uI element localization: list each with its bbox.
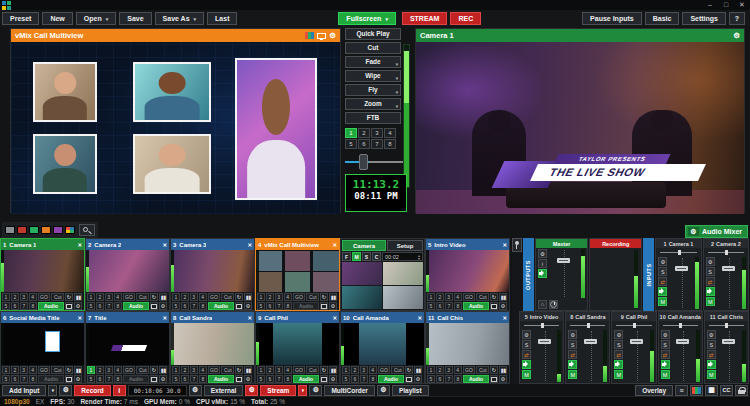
input-tile[interactable]: 4 vMix Call Multiview ✕ 1 2 3 4 GO <box>255 238 340 311</box>
close-input-icon[interactable]: ✕ <box>77 315 82 321</box>
input-tile[interactable]: 10 Call Amanda ✕ 1 2 3 4 GO <box>340 311 425 384</box>
audio-mixer-button[interactable]: ⚙ Audio Mixer <box>685 225 748 238</box>
t-bar-handle[interactable] <box>359 154 368 170</box>
layer-1-button[interactable]: 1 <box>87 366 95 374</box>
quick-play-button[interactable]: Quick Play <box>345 28 401 40</box>
monitor-icon[interactable] <box>320 375 328 383</box>
layer-5-button[interactable]: 5 <box>427 375 435 383</box>
quick-cut-button[interactable]: Cut <box>51 366 64 374</box>
fader-handle[interactable] <box>584 339 597 344</box>
go-button[interactable]: GO <box>463 293 476 301</box>
input-header[interactable]: 1 Camera 1 ✕ <box>1 239 84 250</box>
pause-icon[interactable]: ▮▮ <box>159 366 167 374</box>
layer-4-button[interactable]: 4 <box>199 366 207 374</box>
minimize-button[interactable]: – <box>702 0 718 10</box>
loop-icon[interactable]: ↻ <box>320 293 328 301</box>
input-thumbnail[interactable] <box>171 323 254 365</box>
filter-orange-swatch[interactable] <box>41 226 51 234</box>
pause-icon[interactable]: ▮▮ <box>329 293 337 301</box>
layer-1-button[interactable]: 1 <box>172 366 180 374</box>
close-button[interactable]: ✕ <box>734 0 750 10</box>
layer-6-button[interactable]: 6 <box>96 302 104 310</box>
colorbars-icon[interactable] <box>305 32 314 39</box>
mute-button[interactable]: M <box>522 370 531 379</box>
bus-send-icon[interactable]: ⇄ <box>661 350 670 359</box>
colorbars-icon[interactable] <box>690 385 703 396</box>
pan-slider[interactable] <box>570 322 605 329</box>
input-tile[interactable]: 9 Call Phil ✕ 1 2 3 4 GO <box>255 311 340 384</box>
loop-icon[interactable]: ↻ <box>235 293 243 301</box>
playlist-button[interactable]: Playlist <box>392 385 429 396</box>
quick-cut-button[interactable]: Cut <box>476 293 489 301</box>
chevron-down-icon[interactable]: ▾ <box>396 74 398 84</box>
layer-5-button[interactable]: 5 <box>172 375 180 383</box>
pan-handle[interactable] <box>678 250 681 255</box>
speaker-icon[interactable] <box>538 269 547 278</box>
go-button[interactable]: GO <box>38 293 51 301</box>
layer-6-button[interactable]: 6 <box>181 302 189 310</box>
input-thumbnail[interactable] <box>426 250 509 292</box>
layer-7-button[interactable]: 7 <box>190 375 198 383</box>
stinger-1-button[interactable]: 1 <box>345 128 357 138</box>
gear-icon[interactable]: ⚙ <box>74 375 82 383</box>
layer-2-button[interactable]: 2 <box>96 293 104 301</box>
gear-icon[interactable]: ⚙ <box>614 330 623 339</box>
speaker-icon[interactable] <box>707 360 716 369</box>
go-button[interactable]: GO <box>293 366 306 374</box>
layer-7-button[interactable]: 7 <box>445 375 453 383</box>
close-input-icon[interactable]: ✕ <box>332 242 337 248</box>
loop-icon[interactable]: ↻ <box>320 366 328 374</box>
layer-5-button[interactable]: 5 <box>172 302 180 310</box>
layer-4-button[interactable]: 4 <box>369 366 377 374</box>
close-input-icon[interactable]: ✕ <box>332 315 337 321</box>
last-button[interactable]: Last <box>207 12 237 25</box>
loop-icon[interactable]: ↻ <box>65 293 73 301</box>
input-header[interactable]: 7 Title ✕ <box>86 312 169 323</box>
loop-icon[interactable]: ↻ <box>65 366 73 374</box>
add-input-dropdown[interactable]: ▾ <box>48 385 57 396</box>
audio-toggle-button[interactable]: Audio <box>378 375 404 383</box>
audio-toggle-button[interactable]: Audio <box>38 375 64 383</box>
gear-icon[interactable]: ⚙ <box>159 302 167 310</box>
audio-toggle-button[interactable]: Audio <box>208 375 234 383</box>
gear-icon[interactable]: ⚙ <box>661 330 670 339</box>
speaker-icon[interactable] <box>614 360 623 369</box>
loop-icon[interactable]: ↻ <box>235 366 243 374</box>
layer-5-button[interactable]: 5 <box>257 375 265 383</box>
monitor-icon[interactable] <box>235 302 243 310</box>
bus-send-icon[interactable]: ⇄ <box>568 350 577 359</box>
stinger-8-button[interactable]: 8 <box>384 139 396 149</box>
stream-button[interactable]: Stream <box>260 385 296 396</box>
pan-slider[interactable] <box>709 322 744 329</box>
stream-dropdown[interactable]: ▾ <box>298 385 307 396</box>
bus-send-icon[interactable]: ⇄ <box>614 350 623 359</box>
gear-icon[interactable]: ⚙ <box>707 330 716 339</box>
quick-cut-button[interactable]: Cut <box>306 366 319 374</box>
gear-icon[interactable]: ⚙ <box>74 302 82 310</box>
close-input-icon[interactable]: ✕ <box>417 315 422 321</box>
outputs-tab[interactable]: OUTPUTS <box>523 238 534 311</box>
go-button[interactable]: GO <box>208 366 221 374</box>
monitor-icon[interactable] <box>150 375 158 383</box>
close-input-icon[interactable]: ✕ <box>502 242 507 248</box>
layer-6-button[interactable]: 6 <box>11 302 19 310</box>
list-view-icon[interactable]: ≡ <box>675 385 688 396</box>
fullscreen-button[interactable]: Fullscreen▾ <box>338 12 396 25</box>
pan-slider[interactable] <box>616 322 651 329</box>
mute-button[interactable]: M <box>568 370 577 379</box>
input-tile[interactable]: 11 Call Chis ✕ 1 2 3 4 GO <box>425 311 510 384</box>
filter-all-swatch[interactable] <box>65 226 75 234</box>
wipe-button[interactable]: Wipe▾ <box>345 70 401 82</box>
camera-button[interactable]: Camera <box>342 240 386 251</box>
input-header[interactable]: 9 Call Phil ✕ <box>256 312 339 323</box>
stinger-7-button[interactable]: 7 <box>371 139 383 149</box>
layer-2-button[interactable]: 2 <box>11 293 19 301</box>
program-video[interactable]: TAYLOR PRESENTS THE LIVE SHOW <box>416 42 744 214</box>
record-button[interactable]: Record <box>74 385 110 396</box>
cc-icon[interactable]: CC <box>720 385 733 396</box>
mode-c-button[interactable]: C <box>372 252 381 261</box>
save-as-button[interactable]: Save As▾ <box>155 12 205 25</box>
layer-7-button[interactable]: 7 <box>275 302 283 310</box>
layer-4-button[interactable]: 4 <box>114 366 122 374</box>
bus-send-icon[interactable]: ⇄ <box>707 350 716 359</box>
